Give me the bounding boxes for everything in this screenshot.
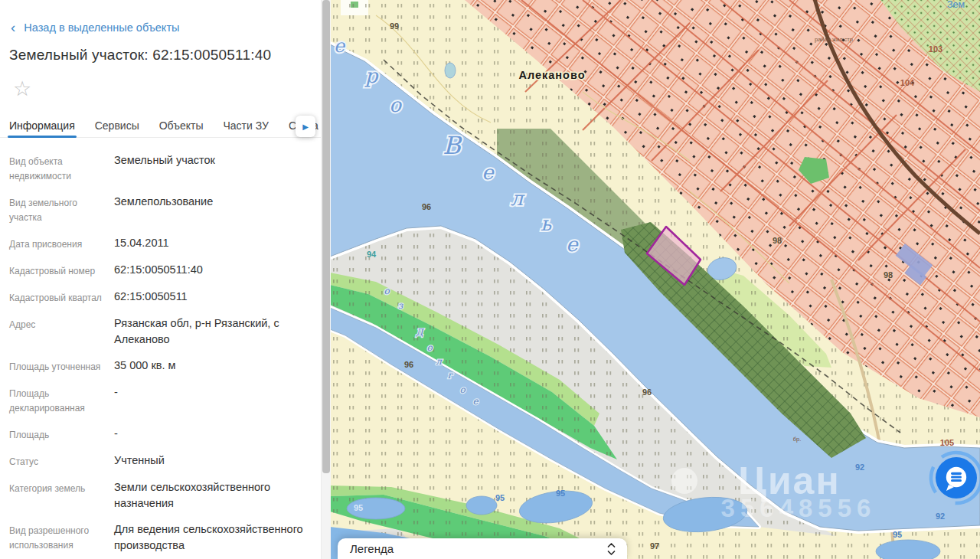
lake-letter: о: [426, 342, 433, 353]
tab-objects[interactable]: Объекты: [159, 113, 204, 137]
tabs-scroll-right-button[interactable]: ▶: [296, 116, 315, 137]
tab-services[interactable]: Сервисы: [95, 113, 139, 137]
field-row: Вид объекта недвижимости Земельный участ…: [9, 152, 314, 184]
river-letter: е: [334, 35, 346, 57]
river-letter: р: [364, 64, 379, 87]
field-value: 35 000 кв. м: [114, 358, 175, 374]
field-row: Площадь -: [9, 426, 314, 443]
field-label: Статус: [9, 453, 103, 469]
field-row: Категория земель Земли сельскохозяйствен…: [9, 479, 314, 512]
field-label: Категория земель: [9, 479, 103, 512]
field-label: Вид объекта недвижимости: [9, 152, 103, 184]
field-row: Кадастровый квартал 62:15:0050511: [9, 289, 314, 306]
map-small-label: район жил.стр: [815, 36, 853, 43]
lake-letter: о: [459, 384, 466, 395]
field-value: -: [114, 384, 118, 416]
lake-letter: е: [472, 396, 479, 407]
field-label: Адрес: [9, 315, 103, 348]
elevation-label: 96: [642, 387, 652, 397]
elevation-label: 99: [390, 21, 399, 31]
field-row: Вид земельного участка Землепользование: [9, 194, 314, 225]
elevation-label: 95: [893, 530, 902, 539]
elevation-label: 97: [650, 541, 659, 551]
page-title: Земельный участок: 62:15:0050511:40: [9, 47, 271, 64]
elevation-label: 98: [773, 236, 782, 245]
river-letter: е: [566, 233, 579, 256]
chat-button[interactable]: [926, 447, 980, 508]
elevation-label: 95: [354, 503, 363, 512]
field-value: Землепользование: [114, 194, 213, 225]
tab-parcel-parts[interactable]: Части ЗУ: [223, 113, 268, 137]
elevation-label: 98: [884, 270, 893, 280]
chevron-up-down-icon[interactable]: [606, 541, 616, 557]
star-icon: ☆: [13, 77, 31, 101]
scrollbar-thumb[interactable]: [322, 0, 330, 473]
field-label: Площадь уточненная: [9, 358, 103, 374]
field-row: Адрес Рязанская обл, р-н Рязанский, с Ал…: [9, 315, 314, 348]
river-letter: л: [511, 187, 525, 210]
cadastral-map[interactable]: Алеканово ероВелье озДолгое 999696969898…: [330, 0, 980, 559]
property-fields: Вид объекта недвижимости Земельный участ…: [9, 152, 314, 559]
chevron-right-icon: ▶: [302, 123, 309, 131]
lake-letter: о: [384, 286, 390, 296]
river-letter: ь: [541, 212, 553, 235]
field-value: 15.04.2011: [114, 235, 169, 252]
field-label: Вид земельного участка: [9, 194, 103, 225]
field-value: Земли сельскохозяйственного назначения: [114, 479, 314, 512]
elevation-label: 95: [556, 489, 565, 498]
field-label: Площадь: [9, 426, 103, 443]
elevation-label: 105: [940, 438, 954, 447]
back-link[interactable]: ‹ Назад в выделенные объекты: [11, 21, 179, 34]
chevron-left-icon: ‹: [11, 21, 15, 33]
tab-information[interactable]: Информация: [9, 113, 75, 137]
town-label: Алеканово: [518, 69, 585, 81]
sidebar-scrollbar[interactable]: [321, 0, 331, 559]
elevation-label: 92: [855, 463, 864, 472]
river-letter: е: [482, 161, 495, 184]
field-label: Кадастровый номер: [9, 262, 103, 279]
field-value: Рязанская обл, р-н Рязанский, с Алеканов…: [114, 315, 314, 348]
river-letter: В: [443, 131, 462, 160]
elevation-label: 94: [367, 250, 377, 259]
tab-bar: Информация Сервисы Объекты Части ЗУ Сост…: [0, 113, 321, 138]
field-row: Вид разрешенного использования Для веден…: [9, 521, 314, 554]
elevation-label: 96: [422, 202, 431, 211]
elevation-label: 103: [929, 44, 942, 54]
field-value: Земельный участок: [114, 152, 215, 184]
field-row: Статус Учтенный: [9, 453, 314, 469]
watermark-logo: [671, 468, 697, 494]
map-small-label: бр.: [793, 436, 802, 443]
field-value: Учтенный: [114, 453, 165, 469]
field-value: 62:15:0050511:40: [114, 262, 203, 279]
watermark-number: 35648556: [721, 494, 877, 522]
field-label: Площадь декларированная: [9, 384, 103, 416]
field-label: Дата присвоения: [9, 235, 103, 252]
back-link-label: Назад в выделенные объекты: [24, 21, 179, 34]
legend-panel[interactable]: Легенда: [338, 538, 627, 559]
property-info-panel: ‹ Назад в выделенные объекты Земельный у…: [0, 0, 321, 559]
legend-title: Легенда: [350, 542, 394, 555]
field-label: Кадастровый квартал: [9, 289, 103, 306]
field-label: Вид разрешенного использования: [9, 521, 103, 554]
elevation-label: 92: [936, 512, 945, 521]
field-value: 62:15:0050511: [114, 289, 188, 306]
elevation-label: 96: [404, 360, 413, 369]
map-corner-label: Зем: [947, 0, 965, 10]
field-value: Для ведения сельскохозяйственного произв…: [114, 521, 314, 554]
field-row: Дата присвоения 15.04.2011: [9, 235, 314, 252]
elevation-label: 104: [900, 78, 915, 87]
field-row: Площадь уточненная 35 000 кв. м: [9, 358, 314, 374]
elevation-label: 95: [495, 493, 505, 502]
field-row: Площадь декларированная -: [9, 384, 314, 416]
favorite-star-button[interactable]: ☆: [8, 74, 37, 104]
map-canvas[interactable]: Алеканово ероВелье озДолгое 999696969898…: [330, 0, 980, 559]
river-letter: о: [389, 93, 402, 116]
field-row: Кадастровый номер 62:15:0050511:40: [9, 262, 314, 279]
field-value: -: [114, 426, 118, 443]
